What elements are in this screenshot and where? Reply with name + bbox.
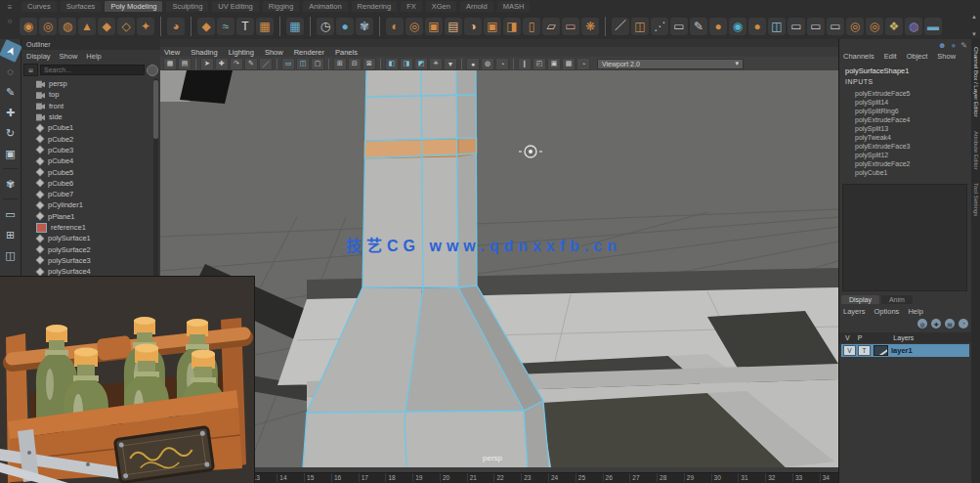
frame-tick-31[interactable]: 31 — [738, 473, 747, 482]
history-node-polyextrudeface4[interactable]: polyExtrudeFace4 — [839, 115, 964, 124]
shelf-paint-icon[interactable]: ● — [336, 18, 354, 35]
film-gate-icon[interactable]: ▤ — [178, 58, 192, 70]
outliner-item-reference1[interactable]: reference1 — [23, 222, 151, 233]
wireframe-icon[interactable]: ◧ — [385, 58, 399, 70]
camera-attrs-icon[interactable]: ▭ — [281, 58, 295, 70]
shelf-extrude-icon[interactable]: ◨ — [503, 18, 521, 35]
shelf-tab-rigging[interactable]: Rigging — [263, 1, 299, 12]
aa-icon[interactable]: ▩ — [562, 58, 575, 70]
shelf-sphere-icon[interactable]: ◉ — [20, 18, 37, 35]
shelf-tab-uv-editing[interactable]: UV Editing — [212, 1, 258, 12]
snap-grid-icon[interactable]: ✚ — [215, 58, 229, 70]
shelf-scroll[interactable]: ▲ ▼ — [969, 14, 979, 37]
outliner-item-pcube3[interactable]: pCube3 — [23, 145, 151, 155]
layer-tab-anim[interactable]: Anim — [881, 295, 913, 304]
history-node-polyextrudeface5[interactable]: polyExtrudeFace5 — [839, 89, 964, 98]
side-tab-attribute-editor[interactable]: Attribute Editor — [973, 131, 979, 170]
xray-icon[interactable]: ◍ — [481, 58, 494, 70]
outliner-menu-show[interactable]: Show — [60, 52, 78, 61]
shelf-cone-icon[interactable]: ▲ — [78, 18, 96, 35]
channel-box-menu-object[interactable]: Object — [907, 52, 928, 61]
layer-row[interactable]: VT layer1 — [841, 344, 969, 357]
filter-icon[interactable]: ⊞ — [23, 64, 38, 76]
shelf-page-icon[interactable]: ▯ — [523, 18, 540, 35]
manip-icon[interactable]: ◰ — [533, 58, 546, 70]
outliner-item-pcube7[interactable]: pCube7 — [23, 189, 151, 199]
shelf-tab-poly-modeling[interactable]: Poly Modeling — [105, 1, 162, 12]
lasso-tool[interactable]: ◌ — [2, 63, 20, 80]
frame-tick-17[interactable]: 17 — [359, 473, 368, 482]
history-node-polysplit14[interactable]: polySplit14 — [839, 98, 964, 107]
shelf-panel2-icon[interactable]: ▭ — [807, 18, 825, 35]
shelf-donut1-icon[interactable]: ◎ — [846, 18, 864, 35]
outliner-item-pcube2[interactable]: pCube2 — [23, 133, 151, 144]
shelf-sculpt-sphere-icon[interactable]: ◕ — [167, 18, 185, 35]
outliner-item-side[interactable]: side — [23, 111, 151, 122]
scroll-up-icon[interactable]: ▲ — [971, 14, 977, 20]
layer-menu-options[interactable]: Options — [874, 307, 900, 316]
frame-tick-30[interactable]: 30 — [711, 473, 721, 482]
outliner-item-front[interactable]: front — [23, 101, 151, 111]
renderer-sphere-icon[interactable]: ◔ — [576, 58, 590, 70]
scale-tool[interactable]: ▣ — [2, 145, 20, 162]
layer-toggle-v[interactable]: V — [843, 345, 856, 356]
shelf-quad-icon[interactable]: ▱ — [542, 18, 560, 35]
new-layer-button[interactable]: ✚ — [931, 319, 941, 329]
frame-tick-22[interactable]: 22 — [493, 473, 503, 482]
shelf-curves-icon[interactable]: ≈ — [217, 18, 234, 35]
shaded-icon[interactable]: ◨ — [400, 58, 413, 70]
renderer-dropdown[interactable]: Viewport 2.0 ▾ — [597, 59, 744, 69]
viewport-menu-view[interactable]: View — [164, 48, 180, 57]
shelf-teal-ring-icon[interactable]: ◉ — [729, 18, 746, 35]
viewport-panel[interactable]: ViewShadingLightingShowRendererPanels ▦▤… — [160, 39, 838, 467]
shelf-tab-curves[interactable]: Curves — [21, 1, 57, 12]
frame-tick-21[interactable]: 21 — [467, 473, 477, 482]
frame-tick-34[interactable]: 34 — [820, 473, 830, 482]
shelf-tab-animation[interactable]: Animation — [303, 1, 347, 12]
frame-tick-23[interactable]: 23 — [521, 473, 531, 482]
select-mode-icon[interactable]: ➤ — [200, 58, 214, 70]
shelf-flower-icon[interactable]: ❋ — [581, 18, 599, 35]
side-tab-channel-box-layer-editor[interactable]: Channel Box / Layer Editor — [973, 47, 979, 117]
history-node-polycube1[interactable]: polyCube1 — [839, 168, 964, 177]
frame-tick-16[interactable]: 16 — [331, 473, 341, 482]
lights-icon[interactable]: ☀ — [429, 58, 443, 70]
shelf-quad-draw-icon[interactable]: ◆ — [197, 18, 215, 35]
channel-box-menu-edit[interactable]: Edit — [884, 52, 897, 61]
history-node-polysplitring6[interactable]: polySplitRing6 — [839, 107, 964, 115]
frame-tick-20[interactable]: 20 — [440, 473, 449, 482]
exposure-icon[interactable]: ◔ — [495, 58, 509, 70]
shelf-tab-fx[interactable]: FX — [401, 1, 422, 12]
time-slider[interactable]: 1011121314151617181920212223242526272829… — [160, 467, 838, 483]
shelf-panel3-icon[interactable]: ▭ — [827, 18, 844, 35]
isolate-icon[interactable]: ● — [466, 58, 480, 70]
frame-tick-15[interactable]: 15 — [304, 473, 314, 482]
side-tab-tool-settings[interactable]: Tool Settings — [973, 183, 979, 216]
history-node-polyextrudeface2[interactable]: polyExtrudeFace2 — [839, 159, 964, 168]
viewport-menu-shading[interactable]: Shading — [191, 48, 218, 57]
grid-toggle-icon[interactable]: ▦ — [163, 58, 177, 70]
shelf-cylinder-icon[interactable]: ◆ — [98, 18, 115, 35]
outliner-menu-display[interactable]: Display — [26, 52, 51, 61]
layer-toggle-t[interactable]: T — [858, 345, 871, 356]
history-node-polysplit12[interactable]: polySplit12 — [839, 151, 964, 159]
outliner-item-polysurface4[interactable]: polySurface4 — [23, 266, 151, 277]
shelf-gem-icon[interactable]: ❖ — [885, 18, 903, 35]
snap-curve-icon[interactable]: ↷ — [230, 58, 243, 70]
history-node-polytweak4[interactable]: polyTweak4 — [839, 133, 964, 142]
shelf-lattice-icon[interactable]: ▤ — [445, 18, 462, 35]
shelf-dotted-line-icon[interactable]: ⋰ — [651, 18, 668, 35]
paint-select-tool[interactable]: ✎ — [2, 83, 20, 101]
shelf-plane-icon[interactable]: ◇ — [117, 18, 135, 35]
shelf-window-icon[interactable]: ▬ — [924, 18, 942, 35]
new-layer-selected-button[interactable]: ▤ — [945, 319, 955, 329]
shadows-icon[interactable]: ▼ — [444, 58, 457, 70]
shelf-polycube-icon[interactable]: ◍ — [59, 18, 76, 35]
shelf-cube-icon[interactable]: ▣ — [425, 18, 443, 35]
outliner-item-polysurface1[interactable]: polySurface1 — [23, 233, 151, 243]
single-pane-icon[interactable]: ⊞ — [333, 58, 347, 70]
shelf-tab-rendering[interactable]: Rendering — [352, 1, 398, 12]
shelf-box2-icon[interactable]: ▣ — [484, 18, 501, 35]
shelf-split-icon[interactable]: ◫ — [768, 18, 786, 35]
layer-options-button[interactable]: ◔ — [959, 319, 968, 329]
